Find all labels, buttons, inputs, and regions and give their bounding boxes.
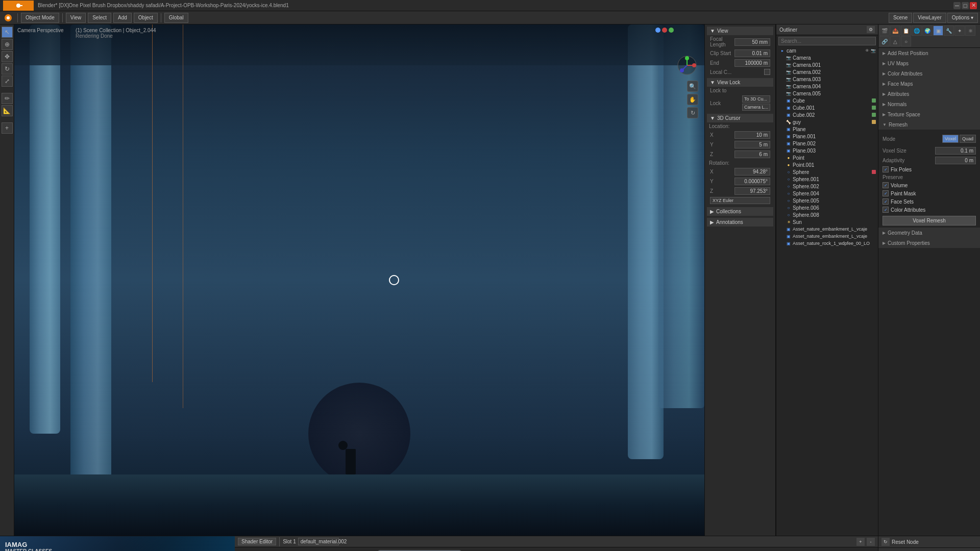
measure-tool[interactable]: 📐 [2, 105, 13, 116]
object-mode-btn[interactable]: Object Mode [21, 13, 59, 23]
cursor-tool[interactable]: ⊕ [2, 39, 13, 50]
rot-x-input[interactable] [734, 168, 770, 176]
outliner-item-cube002[interactable]: ▣ Cube.002 [776, 111, 878, 118]
outliner-item-camera004[interactable]: 📷 Camera.004 [776, 83, 878, 90]
pan-icon[interactable]: ✋ [687, 94, 698, 105]
outliner-item-cube[interactable]: ▣ Cube [776, 97, 878, 104]
outliner-search[interactable] [778, 37, 876, 45]
loc-y-input[interactable] [734, 141, 770, 148]
node-section-header[interactable]: Node [878, 548, 980, 551]
particles-props-btn[interactable]: ✦ [954, 26, 965, 36]
collections-header[interactable]: ▶ Collections [707, 207, 773, 216]
outliner-item-sphere001[interactable]: ○ Sphere.001 [776, 176, 878, 183]
select-menu-btn[interactable]: Select [88, 13, 111, 23]
outliner-item-camera002[interactable]: 📷 Camera.002 [776, 68, 878, 76]
blender-icon[interactable] [2, 13, 14, 23]
outliner-item-camera[interactable]: 📷 Camera [776, 54, 878, 61]
minimize-btn[interactable]: ─ [953, 2, 961, 9]
outliner-item-point[interactable]: ● Point [776, 154, 878, 161]
quad-btn[interactable]: Quad [960, 135, 976, 143]
attributes-header[interactable]: ▶ Attributes [878, 89, 980, 99]
select-tool[interactable]: ↖ [2, 27, 13, 38]
output-props-btn[interactable]: 📤 [890, 26, 900, 36]
cam-render-btn[interactable]: 📷 [871, 48, 876, 53]
add-object-tool[interactable]: + [2, 122, 13, 134]
close-btn[interactable]: ✕ [970, 2, 977, 9]
rot-z-input[interactable] [734, 187, 770, 195]
clip-start-input[interactable] [734, 49, 770, 57]
outliner-item-asset1[interactable]: ▣ Asset_nature_embankment_L_vcaje [776, 226, 878, 233]
outliner-item-sphere004[interactable]: ○ Sphere.004 [776, 190, 878, 197]
outliner-item-camera001[interactable]: 📷 Camera.001 [776, 61, 878, 68]
view-menu-btn[interactable]: View [66, 13, 86, 23]
refresh-btn[interactable]: ↻ [881, 538, 890, 546]
annotations-header[interactable]: ▶ Annotations [707, 218, 773, 227]
outliner-item-cube001[interactable]: ▣ Cube.001 [776, 104, 878, 111]
node-zoom-out-btn[interactable]: - [867, 538, 875, 546]
to-3d-cursor-btn[interactable]: To 3D Cu... [742, 95, 770, 103]
rotate-tool[interactable]: ↻ [2, 63, 13, 74]
move-tool[interactable]: ✥ [2, 51, 13, 62]
add-menu-btn[interactable]: Add [113, 13, 132, 23]
remesh-header[interactable]: ▼ Remesh [878, 120, 980, 130]
reset-node-btn[interactable]: Reset Node [892, 539, 919, 545]
outliner-item-plane002[interactable]: ▣ Plane.002 [776, 140, 878, 147]
local-checkbox[interactable] [764, 69, 770, 75]
focal-length-input[interactable] [734, 38, 770, 46]
outliner-item-sphere006[interactable]: ○ Sphere.006 [776, 204, 878, 211]
outliner-item-plane001[interactable]: ▣ Plane.001 [776, 133, 878, 140]
global-btn[interactable]: Global [164, 13, 188, 23]
outliner-item-camera005[interactable]: 📷 Camera.005 [776, 90, 878, 97]
outliner-item-cam[interactable]: ▸ cam 👁 📷 [776, 47, 878, 54]
options-btn[interactable]: Options ▾ [947, 13, 978, 23]
physics-props-btn[interactable]: ⚛ [965, 26, 975, 36]
outliner-item-sphere005[interactable]: ○ Sphere.005 [776, 197, 878, 204]
outliner-item-sphere008[interactable]: ○ Sphere.008 [776, 211, 878, 218]
voxel-size-input[interactable] [935, 147, 976, 155]
node-editor[interactable]: Shader Editor Slot 1 default_material.00… [235, 536, 878, 551]
world-props-btn[interactable]: 🌍 [922, 26, 933, 36]
annotate-tool[interactable]: ✏ [2, 93, 13, 104]
material-props-btn[interactable]: ○ [901, 36, 911, 46]
render-props-btn[interactable]: 🎬 [879, 26, 890, 36]
viewport-3d[interactable]: Camera Perspective (1) Scene Collection … [14, 24, 704, 536]
outliner-item-guy[interactable]: 🦴 guy [776, 118, 878, 126]
outliner-item-sphere[interactable]: ○ Sphere [776, 168, 878, 176]
voxel-remesh-btn[interactable]: Voxel Remesh [883, 216, 976, 226]
outliner-item-point001[interactable]: ● Point.001 [776, 161, 878, 168]
loc-x-input[interactable] [734, 131, 770, 139]
outliner-item-sun[interactable]: ☀ Sun [776, 218, 878, 226]
zoom-icon[interactable]: 🔍 [687, 81, 698, 92]
modifier-props-btn[interactable]: 🔧 [944, 26, 954, 36]
outliner-item-camera003[interactable]: 📷 Camera.003 [776, 76, 878, 83]
voxel-btn[interactable]: Voxel [942, 135, 959, 143]
geometry-data-header[interactable]: ▶ Geometry Data [878, 228, 980, 238]
volume-checkbox[interactable]: ✓ [883, 182, 889, 188]
adaptivity-input[interactable] [935, 157, 976, 164]
node-editor-type-btn[interactable]: Shader Editor [238, 538, 276, 545]
outliner-item-plane003[interactable]: ▣ Plane.003 [776, 147, 878, 154]
scale-tool[interactable]: ⤢ [2, 76, 13, 87]
loc-z-input[interactable] [734, 151, 770, 158]
uv-maps-header[interactable]: ▶ UV Maps [878, 59, 980, 68]
rot-y-input[interactable] [734, 178, 770, 185]
node-zoom-in-btn[interactable]: + [856, 538, 865, 546]
object-menu-btn[interactable]: Object [134, 13, 158, 23]
outliner-item-plane[interactable]: ▣ Plane [776, 126, 878, 133]
add-rest-position-header[interactable]: ▶ Add Rest Position [878, 48, 980, 58]
data-props-btn[interactable]: △ [890, 36, 900, 46]
outliner-item-asset2[interactable]: ▣ Asset_nature_embankment_L_vcaje [776, 233, 878, 240]
camera-lock-btn[interactable]: Camera L... [742, 104, 770, 111]
euler-dropdown[interactable]: XYZ Euler [710, 197, 770, 204]
view-layer-props-btn[interactable]: 📋 [901, 26, 911, 36]
outliner-item-asset3[interactable]: ▣ Asset_nature_rock_1_wdpfee_00_LO [776, 240, 878, 247]
rotate-view-icon[interactable]: ↻ [687, 107, 698, 118]
material-name[interactable]: default_material.002 [298, 538, 339, 545]
face-maps-header[interactable]: ▶ Face Maps [878, 79, 980, 89]
paint-mask-checkbox[interactable]: ✓ [883, 190, 889, 196]
outliner-item-sphere002[interactable]: ○ Sphere.002 [776, 183, 878, 190]
cam-hide-btn[interactable]: 👁 [865, 48, 870, 53]
view-lock-header[interactable]: ▼ View Lock [707, 78, 773, 87]
node-graph[interactable]: Material Output Surface Volume Displacem… [235, 547, 878, 551]
scene-props-btn[interactable]: 🌐 [912, 26, 922, 36]
